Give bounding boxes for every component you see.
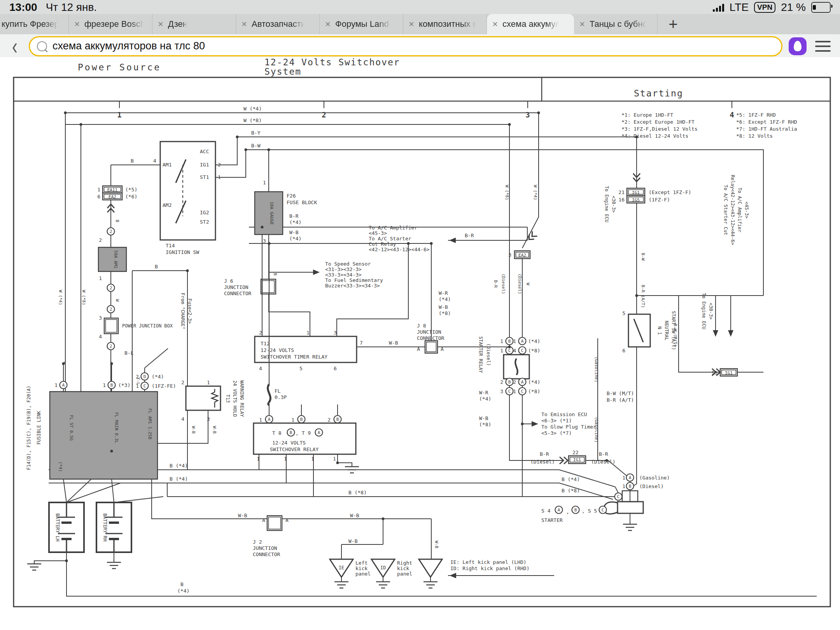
- diagram-label: *2: Except Europe 1HD-FT: [621, 119, 695, 125]
- wire: [145, 348, 168, 368]
- diagram-label: W-B: [434, 541, 439, 548]
- junction-dot: [110, 450, 113, 453]
- terminal-letter: B: [508, 380, 511, 385]
- tab-label: Дзен: [168, 19, 187, 29]
- diagram-label: (*4): [152, 374, 164, 380]
- diagram-label: IE: [339, 565, 344, 570]
- diagram-label: T12: [261, 341, 270, 346]
- terminal-letter: C: [521, 348, 524, 353]
- component-box-inner: [269, 517, 281, 529]
- diagram-label: *8: 12 Volts: [736, 133, 773, 139]
- diagram-label: S 4: [541, 508, 551, 514]
- diagram-label: B-Y: [251, 130, 261, 136]
- diagram-label: CONNECTOR: [417, 335, 444, 341]
- diagram-label: J 2: [253, 539, 262, 545]
- diagram-label: To A/C Amplifier: [737, 187, 742, 233]
- diagram-label: FL AM1 1.25B: [147, 408, 152, 439]
- diagram-label: B-R (A/T): [640, 285, 646, 308]
- diagram-label: W: [525, 283, 530, 285]
- diagram-label: W-B: [439, 304, 448, 310]
- new-tab-button[interactable]: +: [658, 14, 689, 34]
- diagram-label: (*4): [58, 462, 63, 472]
- browser-tab-6[interactable]: ×схема аккумул: [487, 14, 574, 34]
- diagram-label: 3: [207, 416, 210, 422]
- diagram-label: <42-12><43-12><44-6>: [369, 247, 430, 252]
- browser-tab-3[interactable]: ×Автозапчасти: [236, 14, 320, 34]
- tab-close-icon[interactable]: ×: [492, 19, 498, 30]
- wire: [634, 319, 643, 342]
- terminal-letter: A: [558, 508, 560, 513]
- diagram-label: BATTERY RH: [102, 513, 108, 541]
- browser-tab-2[interactable]: ×Дзен: [152, 14, 236, 34]
- address-bar[interactable]: [29, 36, 782, 56]
- tab-close-icon[interactable]: ×: [409, 19, 414, 30]
- menu-button[interactable]: [815, 41, 831, 52]
- diagram-label: B (*4): [562, 476, 580, 482]
- component-box: [618, 502, 643, 513]
- diagram-label: W-B: [238, 513, 247, 518]
- diagram-label: 3: [99, 315, 102, 321]
- diagram-label: (*8): [528, 388, 540, 394]
- diagram-label: *1: Europe 1HD-FT: [621, 112, 673, 118]
- browser-tab-1[interactable]: ×фрезере Bosch: [69, 14, 152, 34]
- diagram-label: 4: [730, 110, 734, 119]
- diagram-label: B-R (A/T): [607, 397, 634, 403]
- diagram-label: IG1: [200, 162, 209, 168]
- diagram-label: 50A AM1: [113, 250, 118, 268]
- diagram-label: (*8): [439, 310, 451, 316]
- diagram-label: 5: [622, 310, 625, 316]
- diagram-label: Power Source: [78, 62, 161, 72]
- tab-close-icon[interactable]: ×: [579, 19, 585, 30]
- diagram-label: B-W (M/T): [607, 390, 634, 396]
- network-label: LTE: [730, 1, 749, 14]
- diagram-label: W-B: [212, 426, 217, 434]
- diagram-label: (Diesel): [486, 343, 491, 366]
- component-box-inner: [427, 342, 436, 352]
- diagram-label: CONNECTOR: [253, 551, 280, 557]
- diagram-label: B (*4): [170, 476, 188, 482]
- diagram-label: ST1: [200, 174, 209, 180]
- tab-close-icon[interactable]: ×: [158, 19, 163, 30]
- diagram-frame: [14, 77, 830, 607]
- terminal-letter: B: [110, 383, 113, 388]
- diagram-label: W (*8): [243, 117, 262, 123]
- arrowhead-icon: [450, 573, 456, 578]
- diagram-label: 1: [263, 180, 266, 186]
- tab-label: фрезере Bosch: [84, 19, 145, 29]
- diagram-label: BATTERY LH: [55, 513, 60, 541]
- tab-close-icon[interactable]: ×: [74, 19, 80, 30]
- diagram-label: JUNCTION: [224, 284, 248, 290]
- diagram-label: W: [115, 299, 120, 302]
- diagram-label: 1: [218, 174, 221, 180]
- tab-close-icon[interactable]: ×: [242, 19, 247, 30]
- diagram-label: B-L: [124, 350, 134, 356]
- diagram-label: Relay<42-12><43-12><44-6>: [730, 175, 735, 245]
- tab-label: купить Фрезер: [2, 19, 59, 29]
- terminal-letter: A: [629, 475, 632, 480]
- alice-assistant-button[interactable]: [789, 37, 807, 55]
- search-input[interactable]: [52, 40, 774, 52]
- signal-icon: [713, 3, 724, 12]
- terminal-letter: A: [62, 383, 65, 388]
- back-button[interactable]: ‹: [7, 35, 23, 57]
- diagram-label: B (*8): [348, 490, 367, 495]
- browser-tab-5[interactable]: ×композитных в: [403, 14, 487, 34]
- diagram-label: FL: [275, 388, 281, 394]
- diagram-label: AM1: [163, 162, 172, 168]
- tab-close-icon[interactable]: ×: [325, 19, 331, 30]
- diagram-label: (*4): [528, 379, 540, 385]
- diagram-label: 1: [311, 456, 314, 462]
- browser-tab-0[interactable]: купить Фрезер: [0, 14, 69, 34]
- diagram-label: B: [273, 273, 278, 276]
- diagram-label: 5: [299, 366, 303, 371]
- browser-tab-4[interactable]: ×Форумы Land-: [320, 14, 403, 34]
- diagram-label: FL ST 0.5G: [69, 415, 74, 441]
- wire: [215, 137, 637, 165]
- component-box: [160, 142, 215, 240]
- browser-tab-7[interactable]: ×Танцы с бубно: [574, 14, 658, 34]
- diagram-label: (*3): [118, 382, 130, 388]
- arrowhead-icon: [313, 270, 320, 275]
- junction-dot: [110, 362, 113, 365]
- battery-percent: 21 %: [781, 1, 806, 14]
- diagram-label: *7: 1HD-FT Australia: [736, 126, 797, 132]
